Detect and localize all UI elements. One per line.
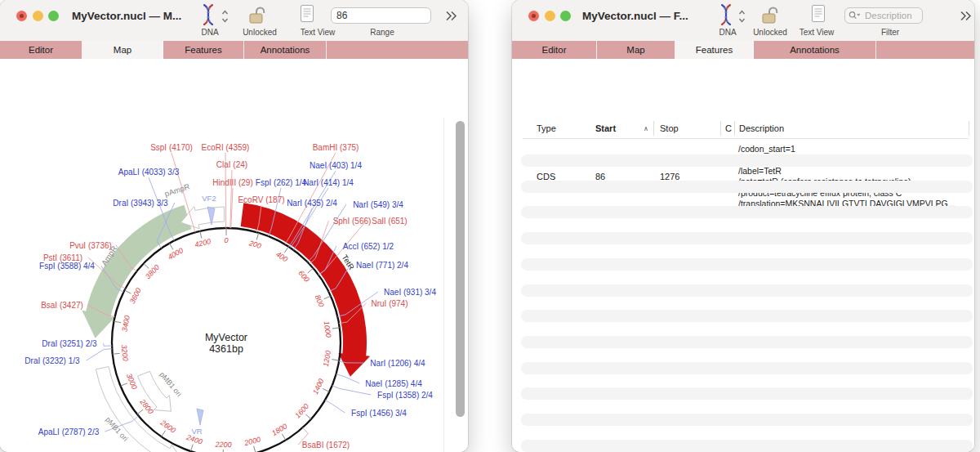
column-divider[interactable] [734,121,735,136]
restriction-site-label[interactable]: ApaLI (4033) 3/3 [118,168,180,177]
restriction-site-label[interactable]: PstI (3611) [43,253,82,262]
map-feature-TetR[interactable] [241,203,371,376]
close-button[interactable] [16,11,27,21]
tick-label: 2600 [158,418,177,434]
restriction-site-label[interactable]: NruI (974) [371,299,408,308]
tab-editor[interactable]: Editor [512,41,597,59]
restriction-site-label[interactable]: FspI (262) 1/4 [256,178,307,187]
column-divider[interactable] [720,121,721,136]
features-window: MyVector.nucl — F... DNA Unlocked Text V… [512,0,974,452]
restriction-site-label[interactable]: FspI (1358) 2/4 [377,391,433,400]
site-leader-line [325,400,345,413]
toolbar-overflow-icon[interactable] [960,11,973,21]
tab-annotations[interactable]: Annotations [754,41,876,59]
placeholder-row [521,362,973,374]
restriction-site-label[interactable]: NaeI (771) 2/4 [356,261,408,270]
unlocked-icon[interactable] [760,4,780,25]
column-divider[interactable] [969,121,969,136]
tabbar-filler [876,41,974,59]
tab-map[interactable]: Map [82,41,163,59]
restriction-site-label[interactable]: EcoRI (4359) [202,143,250,152]
restriction-site-label[interactable]: PvuI (3736) [69,241,112,250]
tab-map[interactable]: Map [597,41,675,59]
placeholder-row [521,310,973,322]
restriction-site-label[interactable]: NarI (414) 1/4 [303,178,354,187]
restriction-site-label[interactable]: SalI (651) [372,217,407,226]
plasmid-map[interactable]: 0200400600800100012001400160018002000220… [0,118,468,452]
zoom-window-button[interactable] [48,11,59,21]
column-header-description[interactable]: Description [739,123,784,133]
column-header-c[interactable]: C [725,123,732,133]
minimize-button[interactable] [33,11,43,21]
window-title: MyVector.nucl — F... [582,10,688,22]
dna-type-stepper-icon[interactable] [738,9,746,24]
unlocked-icon[interactable] [247,4,267,25]
restriction-site-label[interactable]: DraI (3943) 3/3 [113,199,168,208]
primer-arrow-VR[interactable] [197,409,203,425]
restriction-site-label[interactable]: DraI (3251) 2/3 [42,339,97,348]
vertical-scrollbar[interactable] [456,121,465,417]
tick-mark [305,414,311,419]
tick-mark [332,360,339,360]
right-tabbar: Editor Map Features Annotations [512,41,974,59]
column-header-start[interactable]: Start [595,123,616,133]
placeholder-row [521,414,973,426]
zoom-window-button[interactable] [560,11,571,21]
tick-label: 800 [314,293,326,308]
tab-features[interactable]: Features [163,41,244,59]
restriction-site-label[interactable]: NaeI (403) 1/4 [310,161,362,170]
tick-mark [137,409,143,414]
tick-label: 600 [296,269,310,284]
tab-editor[interactable]: Editor [0,41,82,59]
tick-mark [332,328,340,329]
restriction-site-label[interactable]: BsaBI (1672) [302,441,350,450]
column-header-type[interactable]: Type [537,123,556,133]
restriction-site-label[interactable]: FspI (1456) 3/4 [351,409,407,418]
left-tabbar: Editor Map Features Annotations [0,41,468,59]
site-leader-line [104,343,112,346]
tick-label: 2000 [243,435,261,447]
close-button[interactable] [528,11,539,21]
restriction-site-label[interactable]: NarI (435) 2/4 [287,199,337,208]
placeholder-row [521,387,973,400]
tab-annotations[interactable]: Annotations [244,41,327,59]
restriction-site-label[interactable]: SspI (4170) [150,143,193,152]
restriction-site-label[interactable]: BamHI (375) [313,143,359,152]
column-divider[interactable] [653,121,654,136]
text-view-icon[interactable] [811,4,826,24]
restriction-site-label[interactable]: ApaLI (2787) 2/3 [38,427,100,436]
minimize-button[interactable] [545,11,555,21]
tab-features[interactable]: Features [675,41,754,59]
range-input[interactable] [331,7,431,24]
text-view-label: Text View [792,28,841,37]
restriction-site-label[interactable]: NarI (1206) 4/4 [370,359,425,368]
column-header-stop[interactable]: Stop [660,123,679,133]
restriction-site-label[interactable]: SphI (566) [333,217,372,226]
restriction-site-label[interactable]: FspI (3588) 4/4 [39,262,95,271]
toolbar-overflow-icon[interactable] [445,11,458,21]
restriction-site-label[interactable]: ClaI (24) [216,160,247,169]
filter-input[interactable] [844,7,923,24]
tick-label: 2200 [214,441,231,450]
dna-type-stepper-icon[interactable] [221,9,229,24]
restriction-site-label[interactable]: DraI (3232) 1/3 [24,356,80,365]
tick-mark [282,434,286,441]
tick-mark [254,446,256,452]
restriction-site-label[interactable]: NarI (549) 3/4 [353,200,403,209]
header-divider [523,138,969,139]
restriction-site-label[interactable]: NaeI (931) 3/4 [384,288,436,297]
restriction-site-label[interactable]: BsaI (3427) [41,301,83,310]
tick-mark [190,445,193,452]
dna-helix-icon[interactable] [716,3,736,26]
tick-mark [323,389,329,392]
placeholder-row [521,154,973,167]
text-view-icon[interactable] [300,4,314,24]
tick-mark [284,247,288,253]
tick-label: 1600 [293,402,310,420]
restriction-site-label[interactable]: AccI (652) 1/2 [343,242,394,251]
text-view-label: Text View [293,28,342,37]
restriction-site-label[interactable]: HindIII (29) [212,178,252,187]
dna-helix-icon[interactable] [198,3,218,26]
restriction-site-label[interactable]: EcoRV (187) [238,195,284,204]
restriction-site-label[interactable]: NaeI (1285) 4/4 [365,379,422,388]
